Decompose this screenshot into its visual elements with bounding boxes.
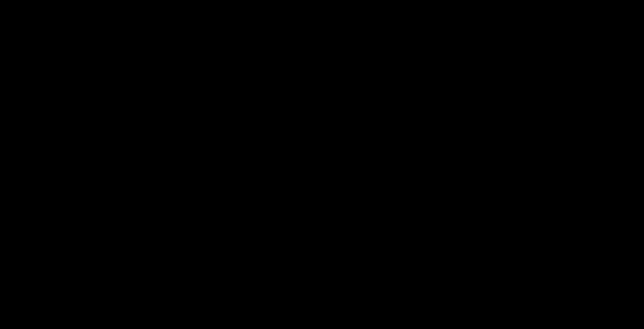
spectrogram-plot[interactable] [0, 0, 644, 329]
spectrogram-app [0, 0, 644, 329]
frequency-axis [0, 0, 15, 329]
